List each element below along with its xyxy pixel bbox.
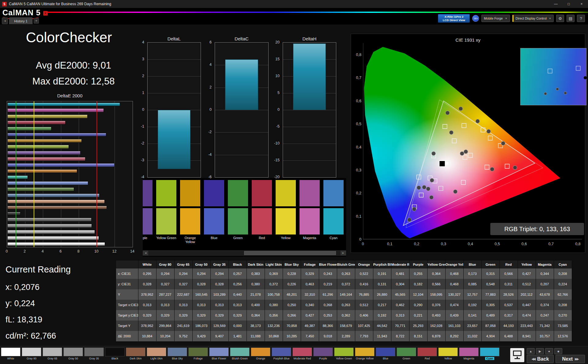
gridline	[283, 127, 336, 127]
table-cell: 44,542	[373, 321, 391, 331]
record-button[interactable]: ●	[545, 348, 553, 354]
patch-strip-item-yellow[interactable]: Yellow	[438, 347, 458, 360]
patch-strip-item-blue-flower[interactable]: Blue Flower	[209, 347, 229, 360]
play-button[interactable]: ▶	[536, 348, 544, 354]
deltaE-bar-light-skin	[7, 200, 105, 204]
table-cell: 0,328	[138, 279, 156, 289]
patch-swatch	[63, 347, 83, 356]
patch-strip-item-orange[interactable]: Orange	[251, 347, 270, 360]
patch-strip-item-purplish-blue[interactable]: Purplish Blue	[272, 347, 291, 360]
patch-strip-item-red[interactable]: Red	[417, 347, 437, 360]
gridline	[215, 155, 268, 155]
stop-button[interactable]: ■	[554, 348, 562, 354]
patch-strip-item-gray-65[interactable]: Gray 65	[43, 347, 62, 360]
table-column-header: Magenta	[536, 261, 554, 268]
logo-dropdown-icon[interactable]: ▼	[43, 11, 48, 16]
table-cell: 0,304	[391, 279, 409, 289]
patch-strip-item-gray-50[interactable]: Gray 50	[63, 347, 83, 360]
patch-strip-item-yellow-green[interactable]: Yellow Green	[334, 347, 354, 360]
table-cell: 0,313	[228, 300, 247, 310]
patch-strip-item-gray-80[interactable]: Gray 80	[22, 347, 41, 360]
table-cell: 0,463	[301, 279, 319, 289]
measured-swatch	[156, 208, 176, 235]
reading-fl: fL: 18,319	[6, 315, 42, 325]
patch-strip-item-orange-yellow[interactable]: Orange Yellow	[355, 347, 375, 360]
tab-scroll-left-button[interactable]: ◄	[2, 17, 8, 24]
table-cell: 25,293	[409, 321, 427, 331]
measured-swatch	[276, 208, 296, 235]
deltaE-bar-green	[7, 127, 51, 131]
patch-strip-item-blue[interactable]: Blue	[376, 347, 395, 360]
table-row: x: CIE310,2950,2940,2940,2940,2940,2570,…	[116, 268, 572, 279]
patch-strip-item-dark-skin[interactable]: Dark Skin	[126, 347, 145, 360]
maximize-button[interactable]: □	[562, 0, 575, 8]
patch-strip-item-gray-35[interactable]: Gray 35	[84, 347, 104, 360]
patch-strip-item-foliage[interactable]: Foliage	[188, 347, 208, 360]
gear-icon[interactable]: ⚙	[556, 15, 564, 22]
patch-strip-item-black[interactable]: Black	[105, 347, 125, 360]
patch-label: Cyan	[485, 357, 494, 360]
patch-strip-item-light-skin[interactable]: Light Skin	[147, 347, 166, 360]
table-cell: 0,313	[192, 300, 210, 310]
table-cell: 0,182	[409, 279, 427, 289]
table-cell: 10,868	[265, 331, 283, 341]
patch-strip: WhiteGray 80Gray 65Gray 50Gray 35BlackDa…	[1, 347, 499, 360]
inset-target-point	[576, 66, 581, 70]
axis-tick-label: 0,7	[356, 76, 361, 80]
gridline	[215, 110, 268, 110]
close-button[interactable]: ×	[575, 0, 588, 8]
table-cell: 0,224	[554, 279, 572, 289]
measured-swatch	[300, 208, 320, 235]
table-cell: 10,757	[536, 331, 554, 341]
help-icon[interactable]: ?	[577, 15, 585, 22]
table-cell: 77,883	[481, 289, 499, 300]
tab-history-1[interactable]: History 1	[9, 17, 32, 24]
patch-label: Yellow Green	[336, 357, 352, 360]
add-tab-button[interactable]: +	[34, 18, 39, 24]
table-cell: 0,512	[355, 300, 373, 310]
table-cell: 158,679	[337, 321, 355, 331]
scroll-right-button[interactable]: ►	[341, 251, 346, 255]
table-cell: 28,526	[499, 289, 518, 300]
patch-swatch	[251, 347, 270, 356]
patch-strip-item-cyan[interactable]: Cyan	[480, 347, 499, 360]
table-cell: 0,566	[427, 279, 445, 289]
swatch-scrollbar[interactable]: ◄ ►	[143, 250, 346, 256]
table-row: Target Y378,952299,864241,619186,073129,…	[116, 321, 572, 331]
swatch-label: Cyan	[323, 236, 344, 240]
table-column-header: Yellow	[518, 261, 536, 268]
axis-tick-label: 14	[130, 249, 134, 253]
patch-strip-item-moderate-red[interactable]: Moderate Red	[292, 347, 312, 360]
measured-point-moderate-red	[490, 167, 494, 171]
scroll-left-button[interactable]: ◄	[143, 251, 148, 255]
table-cell: 0,372	[265, 279, 283, 289]
scrollbar-thumb[interactable]	[244, 251, 336, 255]
patch-swatch	[334, 347, 354, 356]
patch-swatch	[209, 347, 229, 356]
patch-strip-item-blue-sky[interactable]: Blue Sky	[168, 347, 187, 360]
minimize-button[interactable]: —	[549, 0, 562, 8]
patch-strip-item-bluish-green[interactable]: Bluish Green	[230, 347, 250, 360]
eject-button[interactable]: ▲	[527, 348, 535, 354]
reading-cdm2: cd/m²: 62,766	[6, 331, 56, 341]
deltaL-chart-title: DeltaL	[147, 36, 201, 41]
patch-strip-item-magenta[interactable]: Magenta	[459, 347, 479, 360]
gridline	[283, 144, 336, 144]
patch-strip-item-purple[interactable]: Purple	[313, 347, 333, 360]
display-control-button[interactable]: Direct Display Control ▼	[512, 15, 554, 22]
back-button[interactable]: ◀◀ Back	[527, 355, 554, 363]
table-column-header: Blue Flower	[319, 261, 337, 268]
reference-swatch	[300, 180, 320, 206]
layout-grid-icon[interactable]: ▤	[567, 15, 575, 22]
table-cell: 0,329	[210, 310, 228, 321]
source-select-button[interactable]: Mobile Forge ▼	[481, 15, 510, 22]
next-button[interactable]: Next ▶▶	[556, 355, 585, 363]
measured-point-purple	[429, 195, 433, 199]
meter-select-button[interactable]: X-Rite i1Pro 2 LCD Direct View	[438, 14, 470, 23]
patch-strip-item-white[interactable]: White	[1, 347, 21, 360]
table-cell: 0,374	[536, 300, 554, 310]
display-monitor-button[interactable]	[510, 348, 524, 362]
patch-strip-item-green[interactable]: Green	[397, 347, 416, 360]
table-cell: 9,752	[174, 331, 192, 341]
patch-swatch	[126, 347, 145, 356]
